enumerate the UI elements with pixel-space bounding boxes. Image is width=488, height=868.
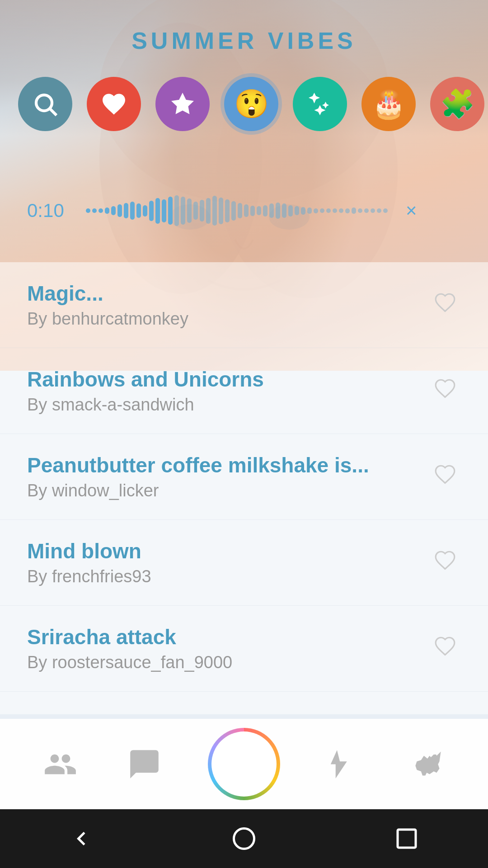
- wow-emoji: 😲: [234, 88, 269, 120]
- filter-wow[interactable]: 😲: [224, 77, 278, 131]
- filter-birthday[interactable]: 🎂: [361, 77, 416, 131]
- song-author-2: By window_licker: [27, 481, 429, 500]
- android-home-button[interactable]: [230, 825, 258, 852]
- svg-line-6: [50, 109, 56, 115]
- svg-point-5: [36, 95, 52, 111]
- song-heart-0[interactable]: [429, 287, 461, 324]
- song-heart-3[interactable]: [429, 544, 461, 581]
- nav-people[interactable]: [40, 744, 80, 784]
- android-recent-button[interactable]: [393, 825, 420, 852]
- waveform-bars[interactable]: [86, 194, 388, 227]
- birthday-emoji: 🎂: [372, 88, 406, 120]
- song-author-4: By roostersauce_fan_9000: [27, 653, 429, 672]
- song-item-3[interactable]: Mind blownBy frenchfries93: [0, 520, 488, 606]
- song-item-0[interactable]: Magic...By benhurcatmonkey: [0, 262, 488, 348]
- song-item-2[interactable]: Peanutbutter coffee milkshake is...By wi…: [0, 434, 488, 520]
- song-heart-4[interactable]: [429, 630, 461, 667]
- filter-featured[interactable]: [155, 77, 210, 131]
- nav-activity[interactable]: [324, 744, 364, 784]
- puzzle-emoji: 🧩: [440, 88, 475, 120]
- android-back-button[interactable]: [68, 825, 95, 852]
- nav-unicorn[interactable]: [408, 744, 448, 784]
- song-title-0: Magic...: [27, 281, 429, 306]
- song-title-4: Sriracha attack: [27, 625, 429, 649]
- page-title: SUMMER VIBES: [0, 27, 488, 54]
- player-close-button[interactable]: ×: [401, 195, 422, 226]
- filter-favorites[interactable]: [87, 77, 141, 131]
- nav-home-rainbow[interactable]: [208, 728, 280, 800]
- waveform-player: 0:10 ×: [27, 194, 461, 227]
- filter-icons-row: 😲 🎂 🧩: [18, 77, 488, 131]
- song-title-2: Peanutbutter coffee milkshake is...: [27, 453, 429, 477]
- filter-puzzle[interactable]: 🧩: [430, 77, 484, 131]
- svg-point-7: [434, 754, 436, 757]
- song-item-4[interactable]: Sriracha attackBy roostersauce_fan_9000: [0, 606, 488, 692]
- player-time: 0:10: [27, 200, 72, 222]
- filter-search[interactable]: [18, 77, 72, 131]
- song-list: Magic...By benhurcatmonkeyRainbows and U…: [0, 262, 488, 714]
- song-author-1: By smack-a-sandwich: [27, 395, 429, 415]
- song-author-0: By benhurcatmonkey: [27, 309, 429, 329]
- song-item-1[interactable]: Rainbows and UnicornsBy smack-a-sandwich: [0, 348, 488, 434]
- song-heart-2[interactable]: [429, 458, 461, 495]
- svg-rect-9: [398, 830, 416, 848]
- android-nav-bar: [0, 809, 488, 868]
- filter-magic[interactable]: [293, 77, 347, 131]
- song-title-1: Rainbows and Unicorns: [27, 367, 429, 392]
- song-heart-1[interactable]: [429, 373, 461, 410]
- nav-chat[interactable]: [124, 744, 164, 784]
- song-title-3: Mind blown: [27, 539, 429, 563]
- song-author-3: By frenchfries93: [27, 567, 429, 586]
- bottom-nav: [0, 719, 488, 809]
- svg-point-8: [234, 829, 254, 849]
